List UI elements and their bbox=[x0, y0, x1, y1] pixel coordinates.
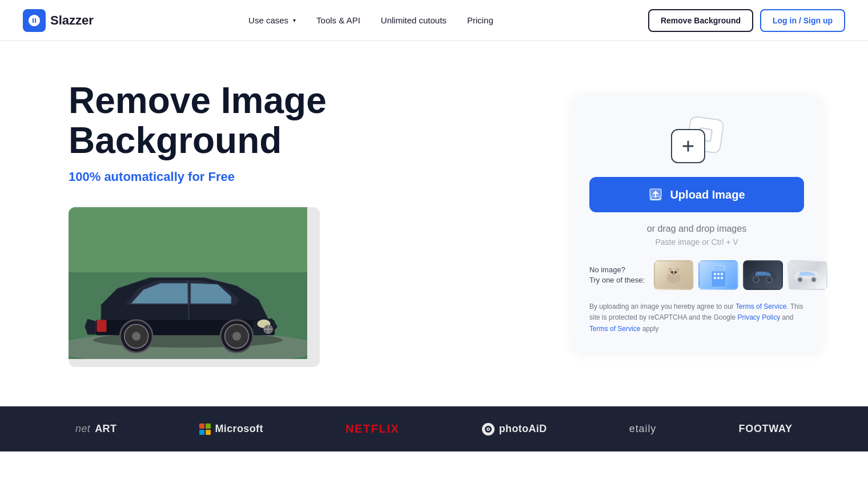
building-icon bbox=[709, 263, 729, 288]
logo-icon bbox=[23, 9, 46, 32]
svg-rect-32 bbox=[717, 273, 720, 275]
hero-car-image bbox=[69, 207, 320, 367]
logo-link[interactable]: Slazzer bbox=[23, 9, 94, 32]
hero-title: Remove Image Background bbox=[69, 80, 388, 161]
svg-rect-10 bbox=[97, 320, 106, 332]
svg-rect-31 bbox=[714, 273, 716, 275]
hero-left: Remove Image Background 100% automatical… bbox=[69, 80, 388, 368]
chevron-down-icon: ▾ bbox=[293, 17, 296, 23]
upload-icon-stack bbox=[671, 118, 722, 163]
brand-netart: netART bbox=[75, 423, 116, 435]
car-illustration bbox=[69, 207, 307, 359]
hero-subtitle: 100% automatically for Free bbox=[69, 170, 388, 184]
brand-photoaid: photoAiD bbox=[482, 423, 547, 435]
upload-image-button[interactable]: Upload Image bbox=[589, 177, 804, 212]
terms-of-service-link-1[interactable]: Terms of Service bbox=[736, 303, 786, 310]
brand-etaily: etaily bbox=[629, 423, 656, 435]
svg-point-44 bbox=[812, 278, 815, 281]
svg-point-40 bbox=[767, 278, 771, 281]
privacy-policy-link[interactable]: Privacy Policy bbox=[737, 313, 780, 321]
svg-point-16 bbox=[132, 332, 140, 341]
dog-icon bbox=[662, 265, 685, 285]
upload-icon bbox=[648, 187, 663, 202]
upload-or-text: or drag and drop images bbox=[647, 224, 746, 234]
svg-rect-35 bbox=[717, 277, 720, 279]
upload-card: Upload Image or drag and drop images Pas… bbox=[571, 95, 822, 353]
sample-thumb-dog[interactable] bbox=[654, 260, 694, 290]
svg-point-13 bbox=[232, 332, 241, 341]
svg-rect-36 bbox=[721, 277, 723, 279]
logo-svg bbox=[27, 14, 41, 27]
navbar: Slazzer Use cases ▾ Tools & API Unlimite… bbox=[0, 0, 868, 41]
sample-section: No image? Try one of these: bbox=[589, 260, 804, 290]
microsoft-logo-icon bbox=[199, 424, 211, 435]
icon-card-front bbox=[671, 129, 705, 163]
svg-point-28 bbox=[672, 273, 676, 275]
car2-icon bbox=[748, 267, 779, 284]
brand-netflix: NETFLIX bbox=[345, 422, 400, 435]
hero-section: Remove Image Background 100% automatical… bbox=[0, 41, 868, 406]
terms-of-service-link-2[interactable]: Terms of Service bbox=[589, 325, 640, 333]
photoaid-icon bbox=[482, 423, 495, 435]
sample-thumb-car2[interactable] bbox=[743, 260, 783, 290]
login-signup-button[interactable]: Log in / Sign up bbox=[760, 9, 845, 32]
brand-microsoft: Microsoft bbox=[199, 423, 263, 435]
svg-rect-33 bbox=[721, 273, 723, 275]
svg-point-38 bbox=[754, 278, 758, 281]
sample-label: No image? Try one of these: bbox=[589, 265, 645, 285]
svg-point-47 bbox=[488, 428, 489, 429]
brands-bar: netART Microsoft NETFLIX photoAiD etaily… bbox=[0, 406, 868, 451]
car3-icon bbox=[792, 267, 823, 284]
logo-text: Slazzer bbox=[50, 13, 94, 28]
terms-text: By uploading an image you hereby agree t… bbox=[589, 301, 804, 334]
remove-background-button[interactable]: Remove Background bbox=[648, 9, 753, 32]
nav-unlimited-cutouts[interactable]: Unlimited cutouts bbox=[381, 15, 447, 25]
hero-right: Upload Image or drag and drop images Pas… bbox=[571, 95, 822, 353]
sample-images bbox=[654, 260, 827, 290]
upload-hint-text: Paste image or Ctrl + V bbox=[655, 237, 738, 247]
sample-thumb-car3[interactable] bbox=[787, 260, 827, 290]
nav-tools-api[interactable]: Tools & API bbox=[316, 15, 360, 25]
nav-actions: Remove Background Log in / Sign up bbox=[648, 9, 845, 32]
sample-thumb-building[interactable] bbox=[698, 260, 738, 290]
brand-footway: FOOTWAY bbox=[738, 423, 792, 435]
svg-rect-1 bbox=[69, 207, 307, 272]
nav-pricing[interactable]: Pricing bbox=[467, 15, 493, 25]
svg-point-42 bbox=[798, 278, 802, 281]
plus-icon bbox=[680, 138, 696, 154]
nav-use-cases[interactable]: Use cases ▾ bbox=[248, 15, 296, 25]
svg-rect-34 bbox=[714, 277, 716, 279]
nav-links: Use cases ▾ Tools & API Unlimited cutout… bbox=[248, 15, 493, 25]
